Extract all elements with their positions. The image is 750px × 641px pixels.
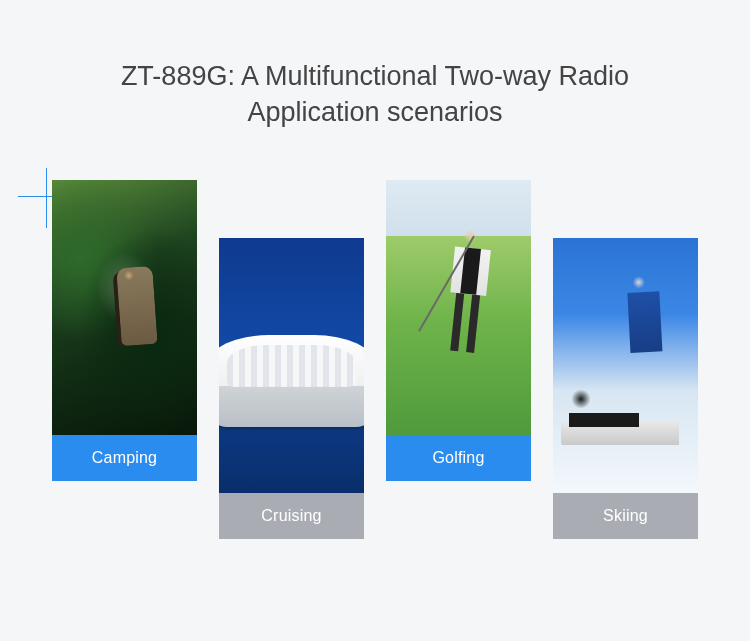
scenario-image-cruising <box>219 238 364 493</box>
scenario-card-camping: Camping <box>52 180 197 539</box>
scenario-image-skiing <box>553 238 698 493</box>
scenario-image-camping <box>52 180 197 435</box>
scenario-card-golfing: Golfing <box>386 180 531 539</box>
scenario-caption: Golfing <box>386 435 531 481</box>
scenario-caption: Skiing <box>553 493 698 539</box>
page-title: ZT-889G: A Multifunctional Two-way Radio… <box>0 0 750 131</box>
scenario-cards: Camping Cruising Golfing Skiing <box>0 180 750 539</box>
page-title-line1: ZT-889G: A Multifunctional Two-way Radio <box>121 61 629 91</box>
scenario-card-skiing: Skiing <box>553 238 698 539</box>
scenario-image-golfing <box>386 180 531 435</box>
page-title-line2: Application scenarios <box>247 97 502 127</box>
scenario-caption: Camping <box>52 435 197 481</box>
scenario-caption: Cruising <box>219 493 364 539</box>
scenario-card-cruising: Cruising <box>219 238 364 539</box>
